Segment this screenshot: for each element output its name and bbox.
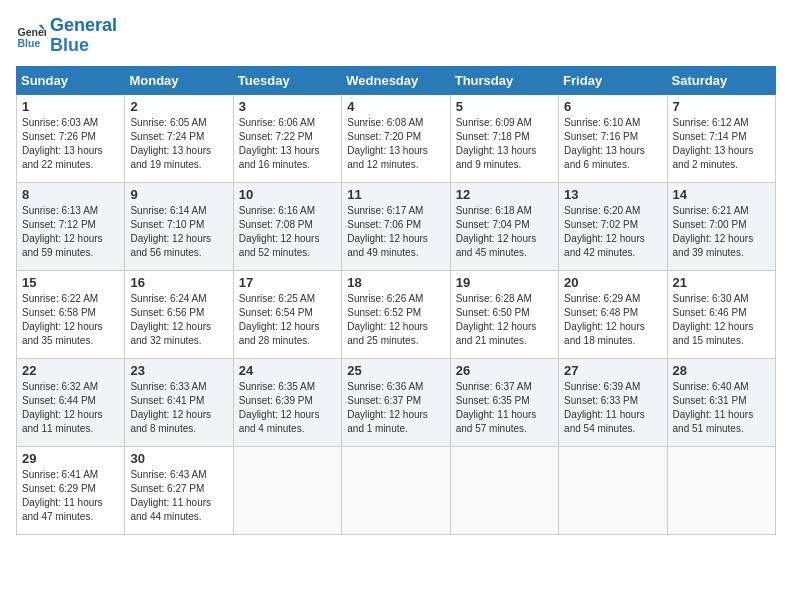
- day-info: Sunrise: 6:06 AMSunset: 7:22 PMDaylight:…: [239, 116, 336, 172]
- day-info: Sunrise: 6:30 AMSunset: 6:46 PMDaylight:…: [673, 292, 770, 348]
- calendar-cell: 19 Sunrise: 6:28 AMSunset: 6:50 PMDaylig…: [450, 270, 558, 358]
- calendar-cell: [233, 446, 341, 534]
- day-number: 2: [130, 99, 227, 114]
- day-number: 12: [456, 187, 553, 202]
- calendar-cell: 26 Sunrise: 6:37 AMSunset: 6:35 PMDaylig…: [450, 358, 558, 446]
- day-info: Sunrise: 6:13 AMSunset: 7:12 PMDaylight:…: [22, 204, 119, 260]
- calendar-cell: 8 Sunrise: 6:13 AMSunset: 7:12 PMDayligh…: [17, 182, 125, 270]
- day-info: Sunrise: 6:28 AMSunset: 6:50 PMDaylight:…: [456, 292, 553, 348]
- calendar-cell: 3 Sunrise: 6:06 AMSunset: 7:22 PMDayligh…: [233, 94, 341, 182]
- calendar-cell: 21 Sunrise: 6:30 AMSunset: 6:46 PMDaylig…: [667, 270, 775, 358]
- calendar-cell: 30 Sunrise: 6:43 AMSunset: 6:27 PMDaylig…: [125, 446, 233, 534]
- calendar-cell: 28 Sunrise: 6:40 AMSunset: 6:31 PMDaylig…: [667, 358, 775, 446]
- calendar-cell: [450, 446, 558, 534]
- day-number: 5: [456, 99, 553, 114]
- calendar-cell: [667, 446, 775, 534]
- day-info: Sunrise: 6:39 AMSunset: 6:33 PMDaylight:…: [564, 380, 661, 436]
- logo-icon: General Blue: [16, 21, 46, 51]
- calendar-cell: [342, 446, 450, 534]
- day-number: 3: [239, 99, 336, 114]
- day-number: 10: [239, 187, 336, 202]
- logo-text: GeneralBlue: [50, 16, 117, 56]
- day-number: 15: [22, 275, 119, 290]
- calendar-cell: 13 Sunrise: 6:20 AMSunset: 7:02 PMDaylig…: [559, 182, 667, 270]
- calendar-cell: 9 Sunrise: 6:14 AMSunset: 7:10 PMDayligh…: [125, 182, 233, 270]
- calendar-cell: 25 Sunrise: 6:36 AMSunset: 6:37 PMDaylig…: [342, 358, 450, 446]
- day-number: 25: [347, 363, 444, 378]
- day-number: 11: [347, 187, 444, 202]
- day-info: Sunrise: 6:20 AMSunset: 7:02 PMDaylight:…: [564, 204, 661, 260]
- day-info: Sunrise: 6:24 AMSunset: 6:56 PMDaylight:…: [130, 292, 227, 348]
- svg-text:Blue: Blue: [18, 36, 41, 48]
- day-number: 18: [347, 275, 444, 290]
- day-info: Sunrise: 6:14 AMSunset: 7:10 PMDaylight:…: [130, 204, 227, 260]
- day-number: 22: [22, 363, 119, 378]
- calendar-cell: 7 Sunrise: 6:12 AMSunset: 7:14 PMDayligh…: [667, 94, 775, 182]
- col-monday: Monday: [125, 66, 233, 94]
- day-info: Sunrise: 6:40 AMSunset: 6:31 PMDaylight:…: [673, 380, 770, 436]
- day-number: 30: [130, 451, 227, 466]
- day-info: Sunrise: 6:43 AMSunset: 6:27 PMDaylight:…: [130, 468, 227, 524]
- logo: General Blue GeneralBlue: [16, 16, 117, 56]
- day-number: 29: [22, 451, 119, 466]
- col-saturday: Saturday: [667, 66, 775, 94]
- day-info: Sunrise: 6:21 AMSunset: 7:00 PMDaylight:…: [673, 204, 770, 260]
- day-number: 24: [239, 363, 336, 378]
- day-info: Sunrise: 6:10 AMSunset: 7:16 PMDaylight:…: [564, 116, 661, 172]
- calendar-cell: 23 Sunrise: 6:33 AMSunset: 6:41 PMDaylig…: [125, 358, 233, 446]
- day-info: Sunrise: 6:03 AMSunset: 7:26 PMDaylight:…: [22, 116, 119, 172]
- day-number: 23: [130, 363, 227, 378]
- day-info: Sunrise: 6:33 AMSunset: 6:41 PMDaylight:…: [130, 380, 227, 436]
- day-number: 26: [456, 363, 553, 378]
- calendar-cell: 4 Sunrise: 6:08 AMSunset: 7:20 PMDayligh…: [342, 94, 450, 182]
- col-sunday: Sunday: [17, 66, 125, 94]
- day-info: Sunrise: 6:37 AMSunset: 6:35 PMDaylight:…: [456, 380, 553, 436]
- day-info: Sunrise: 6:16 AMSunset: 7:08 PMDaylight:…: [239, 204, 336, 260]
- col-friday: Friday: [559, 66, 667, 94]
- day-number: 9: [130, 187, 227, 202]
- calendar-cell: 24 Sunrise: 6:35 AMSunset: 6:39 PMDaylig…: [233, 358, 341, 446]
- day-number: 27: [564, 363, 661, 378]
- day-number: 20: [564, 275, 661, 290]
- day-info: Sunrise: 6:09 AMSunset: 7:18 PMDaylight:…: [456, 116, 553, 172]
- day-number: 13: [564, 187, 661, 202]
- day-info: Sunrise: 6:12 AMSunset: 7:14 PMDaylight:…: [673, 116, 770, 172]
- day-info: Sunrise: 6:08 AMSunset: 7:20 PMDaylight:…: [347, 116, 444, 172]
- calendar-cell: 6 Sunrise: 6:10 AMSunset: 7:16 PMDayligh…: [559, 94, 667, 182]
- day-number: 4: [347, 99, 444, 114]
- day-info: Sunrise: 6:41 AMSunset: 6:29 PMDaylight:…: [22, 468, 119, 524]
- day-info: Sunrise: 6:29 AMSunset: 6:48 PMDaylight:…: [564, 292, 661, 348]
- day-number: 6: [564, 99, 661, 114]
- calendar-row: 29 Sunrise: 6:41 AMSunset: 6:29 PMDaylig…: [17, 446, 776, 534]
- day-info: Sunrise: 6:26 AMSunset: 6:52 PMDaylight:…: [347, 292, 444, 348]
- day-info: Sunrise: 6:05 AMSunset: 7:24 PMDaylight:…: [130, 116, 227, 172]
- calendar-cell: 27 Sunrise: 6:39 AMSunset: 6:33 PMDaylig…: [559, 358, 667, 446]
- calendar-row: 8 Sunrise: 6:13 AMSunset: 7:12 PMDayligh…: [17, 182, 776, 270]
- calendar-cell: 29 Sunrise: 6:41 AMSunset: 6:29 PMDaylig…: [17, 446, 125, 534]
- calendar-cell: 14 Sunrise: 6:21 AMSunset: 7:00 PMDaylig…: [667, 182, 775, 270]
- calendar-row: 1 Sunrise: 6:03 AMSunset: 7:26 PMDayligh…: [17, 94, 776, 182]
- calendar-cell: 1 Sunrise: 6:03 AMSunset: 7:26 PMDayligh…: [17, 94, 125, 182]
- day-info: Sunrise: 6:18 AMSunset: 7:04 PMDaylight:…: [456, 204, 553, 260]
- day-number: 8: [22, 187, 119, 202]
- calendar-cell: 16 Sunrise: 6:24 AMSunset: 6:56 PMDaylig…: [125, 270, 233, 358]
- page-header: General Blue GeneralBlue: [16, 16, 776, 56]
- day-number: 28: [673, 363, 770, 378]
- day-info: Sunrise: 6:25 AMSunset: 6:54 PMDaylight:…: [239, 292, 336, 348]
- col-wednesday: Wednesday: [342, 66, 450, 94]
- calendar-cell: 5 Sunrise: 6:09 AMSunset: 7:18 PMDayligh…: [450, 94, 558, 182]
- day-number: 21: [673, 275, 770, 290]
- day-number: 1: [22, 99, 119, 114]
- day-number: 14: [673, 187, 770, 202]
- calendar-cell: 17 Sunrise: 6:25 AMSunset: 6:54 PMDaylig…: [233, 270, 341, 358]
- day-info: Sunrise: 6:35 AMSunset: 6:39 PMDaylight:…: [239, 380, 336, 436]
- calendar-row: 15 Sunrise: 6:22 AMSunset: 6:58 PMDaylig…: [17, 270, 776, 358]
- col-tuesday: Tuesday: [233, 66, 341, 94]
- day-number: 17: [239, 275, 336, 290]
- day-number: 19: [456, 275, 553, 290]
- calendar-row: 22 Sunrise: 6:32 AMSunset: 6:44 PMDaylig…: [17, 358, 776, 446]
- day-info: Sunrise: 6:32 AMSunset: 6:44 PMDaylight:…: [22, 380, 119, 436]
- calendar-cell: 2 Sunrise: 6:05 AMSunset: 7:24 PMDayligh…: [125, 94, 233, 182]
- day-number: 16: [130, 275, 227, 290]
- day-info: Sunrise: 6:17 AMSunset: 7:06 PMDaylight:…: [347, 204, 444, 260]
